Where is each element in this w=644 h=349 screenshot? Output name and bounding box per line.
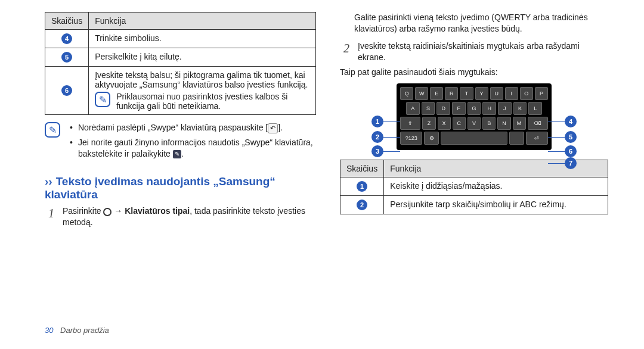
row-number-circle: 2 — [357, 200, 367, 210]
key: T — [460, 87, 473, 100]
key: S — [422, 102, 435, 115]
list-item: Norėdami paslėpti „Swype“ klaviatūrą pas… — [70, 122, 316, 133]
section-title: Darbo pradžia — [60, 326, 109, 335]
row-main-text: Įveskite tekstą balsu; ši piktograma gal… — [95, 70, 309, 89]
callout-2: 2 — [371, 131, 400, 143]
function-table-a: Skaičius Funkcija 4 Trinkite simbolius. … — [45, 12, 316, 115]
row-number-circle: 4 — [61, 33, 72, 44]
row-number-circle: 6 — [61, 85, 72, 96]
key: E — [430, 87, 443, 100]
callout-6: 6 — [548, 145, 577, 157]
key: F — [452, 102, 466, 115]
step-1: 1 Pasirinkite → Klaviatūros tipai, tada … — [48, 205, 316, 228]
step-2: 2 Įveskite tekstą raidiniais/skaitiniais… — [343, 40, 608, 63]
th-number: Skaičius — [45, 13, 89, 30]
table-row: 6 Įveskite tekstą balsu; ši piktograma g… — [45, 67, 316, 115]
shift-key: ⇧ — [400, 117, 420, 130]
section-heading: ››Teksto įvedimas naudojantis „Samsung“ … — [45, 175, 316, 202]
row-text: Įveskite tekstą balsu; ši piktograma gal… — [89, 67, 316, 115]
key: U — [490, 87, 503, 100]
key: G — [467, 102, 481, 115]
key: I — [505, 87, 518, 100]
table-row: 4 Trinkite simbolius. — [45, 30, 316, 48]
row-number-circle: 1 — [357, 181, 367, 192]
swype-icon — [173, 150, 181, 158]
keyboard-diagram: Q W E R T Y U I O P A S D F G H — [361, 83, 587, 150]
note-list: Norėdami paslėpti „Swype“ klaviatūrą pas… — [70, 122, 316, 163]
row-text: Persikelkite į kitą eilutę. — [89, 48, 316, 67]
chevron-icon: ›› — [45, 175, 52, 188]
row-text: Keiskite į didžiąsias/mažąsias. — [384, 177, 608, 196]
th-number: Skaičius — [340, 160, 384, 177]
back-key-glyph: ↶ — [268, 123, 278, 133]
backspace-key: ⌫ — [528, 117, 548, 130]
step-number: 2 — [343, 40, 353, 63]
th-function: Funkcija — [89, 13, 316, 30]
note-icon — [45, 122, 60, 138]
key: P — [535, 87, 548, 100]
key: Q — [400, 87, 413, 100]
key: M — [513, 117, 526, 130]
row-text: Trinkite simbolius. — [89, 30, 316, 48]
key: O — [520, 87, 533, 100]
key: J — [498, 102, 512, 115]
key: Z — [422, 117, 435, 130]
list-item: Jei norite gauti žinyno informacijos nau… — [70, 137, 316, 160]
intro-paragraph: Galite pasirinkti vieną teksto įvedimo (… — [354, 12, 608, 35]
step-text: Pasirinkite → Klaviatūros tipai, tada pa… — [63, 205, 316, 228]
key: K — [513, 102, 527, 115]
gear-icon — [103, 208, 112, 216]
key: C — [453, 117, 466, 130]
table-row: 1 Keiskite į didžiąsias/mažąsias. — [340, 177, 608, 196]
key: L — [528, 102, 542, 115]
row-text: Persijunkite tarp skaičių/simbolių ir AB… — [384, 196, 608, 214]
key: H — [482, 102, 496, 115]
settings-key: ⚙ — [424, 132, 438, 145]
page-number: 30 — [45, 326, 53, 335]
dot-key — [509, 132, 524, 145]
key: W — [415, 87, 428, 100]
page-footer: 30 Darbo pradžia — [45, 326, 109, 335]
step-number: 1 — [48, 205, 58, 228]
row-number-circle: 5 — [61, 52, 72, 63]
key: D — [436, 102, 450, 115]
table-row: 2 Persijunkite tarp skaičių/simbolių ir … — [340, 196, 608, 214]
space-key — [441, 132, 508, 145]
note-icon — [95, 92, 110, 107]
enter-key: ⏎ — [526, 132, 548, 145]
key: V — [467, 117, 481, 130]
key: N — [497, 117, 510, 130]
key: R — [445, 87, 458, 100]
callout-1: 1 — [371, 116, 400, 127]
callout-4: 4 — [548, 116, 577, 127]
callout-3: 3 — [371, 145, 400, 157]
key: B — [482, 117, 496, 130]
key: X — [438, 117, 451, 130]
step-text: Įveskite tekstą raidiniais/skaitiniais m… — [358, 40, 608, 63]
callout-5: 5 — [548, 131, 577, 143]
symbols-key: ?123 — [400, 132, 422, 145]
key: Y — [475, 87, 488, 100]
buttons-intro: Taip pat galite pasinaudoti šiais mygtuk… — [340, 67, 608, 78]
callout-7: 7 — [548, 157, 577, 169]
row-note-text: Priklausomai nuo pasirinktos įvesties ka… — [116, 92, 309, 111]
key: A — [406, 102, 420, 115]
table-row: 5 Persikelkite į kitą eilutę. — [45, 48, 316, 67]
